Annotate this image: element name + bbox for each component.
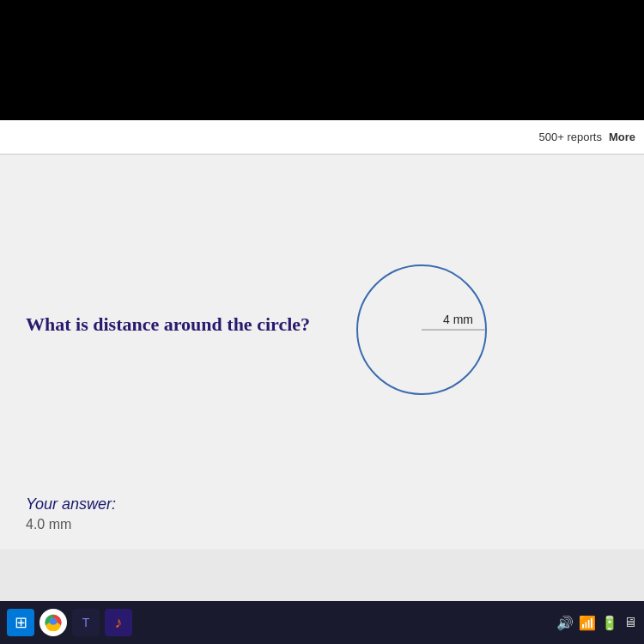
misc-icon[interactable]: ♪ [105,609,132,636]
answer-section: Your answer: 4.0 mm [26,487,618,532]
more-button[interactable]: More [609,131,635,143]
battery-icon: 🔋 [601,615,618,631]
screen-content: 500+ reports More What is distance aroun… [0,120,644,601]
nav-bar: 500+ reports More [0,120,644,155]
teams-icon[interactable]: T [72,609,100,636]
answer-label: Your answer: [26,495,618,513]
question-section: What is distance around the circle? 4 mm [26,180,618,470]
notification-icon: 🖥 [623,615,637,630]
taskbar-right: 🔊 📶 🔋 🖥 [556,615,637,631]
circle-diagram: 4 mm [336,240,507,411]
top-black-bar [0,0,644,120]
volume-icon: 🔊 [556,615,574,631]
taskbar: ⊞ T ♪ 🔊 📶 🔋 🖥 [0,601,644,644]
reports-text: 500+ reports [539,131,602,143]
svg-text:4 mm: 4 mm [443,313,473,326]
question-text: What is distance around the circle? [26,312,310,338]
chrome-icon[interactable] [39,609,67,636]
network-icon: 📶 [579,615,596,631]
paper-area: What is distance around the circle? 4 mm… [0,155,644,550]
windows-start-button[interactable]: ⊞ [7,609,34,636]
answer-value: 4.0 mm [26,517,618,532]
